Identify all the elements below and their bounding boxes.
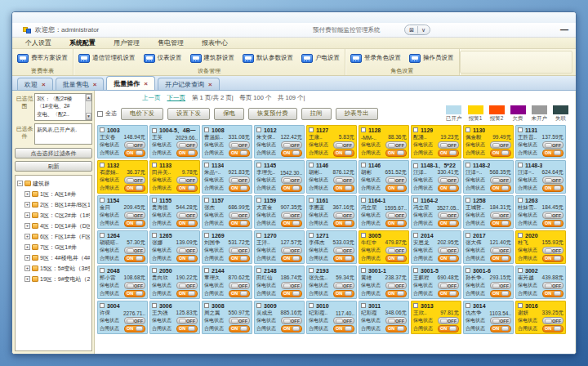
refresh-button[interactable]: 刷新 xyxy=(15,161,92,172)
protect-status-toggle[interactable]: OFF xyxy=(176,282,198,289)
tree-item[interactable]: + 1区：A区1#井 xyxy=(17,189,90,199)
window-menu-pill[interactable]: ⊠ ∨ xyxy=(404,25,430,35)
card-checkbox[interactable] xyxy=(152,303,157,308)
protect-status-toggle[interactable]: OFF xyxy=(281,282,302,289)
card-checkbox[interactable] xyxy=(100,163,105,167)
meter-card[interactable]: 1155 贵海德 544.28元 保电状态 xyxy=(149,195,200,229)
card-checkbox[interactable] xyxy=(413,198,418,203)
protect-status-toggle[interactable]: OFF xyxy=(385,282,407,289)
card-checkbox[interactable] xyxy=(309,163,314,167)
protect-status-toggle[interactable]: OFF xyxy=(229,247,250,254)
switch-status-toggle[interactable]: ON xyxy=(229,185,250,192)
protect-status-toggle[interactable]: OFF xyxy=(333,282,354,289)
meter-card[interactable]: 1154 金日 209.45元 保电状态 xyxy=(97,195,148,229)
ribbon-button[interactable]: 仪表设置 xyxy=(144,54,182,63)
card-checkbox[interactable] xyxy=(152,128,157,133)
meter-card[interactable]: 1145 李理先.. 1542.30.. 保电状态 xyxy=(254,160,305,194)
card-checkbox[interactable] xyxy=(518,233,523,238)
card-checkbox[interactable] xyxy=(100,198,105,203)
switch-status-toggle[interactable]: ON xyxy=(176,185,198,192)
prev-page-link[interactable]: 上一页 xyxy=(142,94,161,102)
switch-status-toggle[interactable]: ON xyxy=(438,220,459,227)
switch-status-toggle[interactable]: ON xyxy=(281,220,302,227)
menu-item[interactable]: 系统配置 xyxy=(69,38,96,47)
toolbar-button[interactable]: 电价下发 xyxy=(121,108,163,120)
card-checkbox[interactable] xyxy=(518,163,523,167)
meter-card[interactable]: 1134 朱品~.. 921.83元 保电状态 xyxy=(202,160,252,194)
ribbon-button[interactable]: 建筑群设置 xyxy=(190,54,235,63)
protect-status-toggle[interactable]: OFF xyxy=(176,247,198,254)
card-checkbox[interactable] xyxy=(100,303,105,308)
scroll-up-icon[interactable]: ▲ xyxy=(86,94,91,101)
tree-root[interactable]: − 建筑群 xyxy=(17,178,90,189)
card-checkbox[interactable] xyxy=(518,198,523,203)
card-checkbox[interactable] xyxy=(413,233,418,238)
meter-card[interactable]: 1133 田井美.. 9.78元 保电状态 xyxy=(149,160,200,194)
switch-status-toggle[interactable]: ON xyxy=(542,185,564,192)
switch-status-toggle[interactable]: ON xyxy=(176,325,198,333)
meter-card[interactable]: 1271 李伟杰 533.03元 保电状态 xyxy=(306,230,357,264)
meter-card[interactable]: 1148-1、5*22 汪泽.. 330.41元 保电状态 xyxy=(411,160,461,194)
ribbon-button[interactable]: 操作员设置 xyxy=(409,54,454,63)
tab-close-icon[interactable]: × xyxy=(42,81,46,88)
meter-card[interactable]: 1012 朱文保.. 122.42元 保电状态 xyxy=(254,125,305,158)
tree-item[interactable]: + 4区：D区1#井（D区1.. xyxy=(17,221,90,231)
meter-card[interactable]: 1164-1 冯立星 1595.67.. 保电状态 xyxy=(359,195,409,229)
protect-status-toggle[interactable]: OFF xyxy=(385,141,407,149)
protect-status-toggle[interactable]: OFF xyxy=(229,212,250,219)
switch-status-toggle[interactable]: ON xyxy=(438,325,459,333)
meter-card[interactable]: 1264 胡晓嗒.. 57.30元 保电状态 xyxy=(97,230,148,264)
protect-status-toggle[interactable]: OFF xyxy=(176,141,198,149)
menu-item[interactable]: 售电管理 xyxy=(158,38,184,47)
card-checkbox[interactable] xyxy=(466,163,470,167)
menu-item[interactable]: 用户管理 xyxy=(114,38,140,47)
meter-card[interactable]: 3001-6 孙长争.. 293.15元 保电状态 xyxy=(463,266,514,299)
card-checkbox[interactable] xyxy=(309,198,314,203)
expand-icon[interactable]: + xyxy=(24,266,30,271)
card-checkbox[interactable] xyxy=(361,268,366,273)
toolbar-button[interactable]: 拉闸 xyxy=(301,108,332,120)
protect-status-toggle[interactable]: OFF xyxy=(229,176,250,184)
tree-item[interactable]: + 2区：B区1#井/B区1# xyxy=(17,199,90,210)
switch-status-toggle[interactable]: ON xyxy=(542,325,564,333)
protect-status-toggle[interactable]: OFF xyxy=(542,247,564,254)
card-checkbox[interactable] xyxy=(152,163,157,167)
meter-card[interactable]: 2017 张大伟 121.40元 保电状态 xyxy=(463,230,514,264)
meter-card[interactable]: 2014 安思龙 202.95元 保电状态 xyxy=(411,230,461,264)
meter-card[interactable]: 3016 谢妍 339.25元 保电状态 xyxy=(515,301,566,334)
tab-close-icon[interactable]: × xyxy=(144,80,148,87)
meter-card[interactable]: 2144 覃理久 870.62元 保电状态 xyxy=(202,266,252,299)
card-checkbox[interactable] xyxy=(256,233,261,238)
card-checkbox[interactable] xyxy=(518,127,523,132)
protect-status-toggle[interactable]: OFF xyxy=(124,317,145,324)
card-checkbox[interactable] xyxy=(466,303,470,308)
menu-item[interactable]: 个人设置 xyxy=(25,38,51,47)
document-tab[interactable]: 批量操作 × xyxy=(106,76,155,90)
card-checkbox[interactable] xyxy=(256,303,261,308)
meter-card[interactable]: 3010 纪彩霞.. 117.40.. 保电状态 xyxy=(306,301,357,334)
card-checkbox[interactable] xyxy=(204,233,209,238)
meter-card[interactable]: 3009 吴成忠 885.16元 保电状态 xyxy=(254,301,305,334)
toolbar-button[interactable]: 抄表导出 xyxy=(336,108,378,120)
expand-icon[interactable]: + xyxy=(24,223,30,229)
card-checkbox[interactable] xyxy=(413,268,418,273)
card-checkbox[interactable] xyxy=(466,268,470,273)
protect-status-toggle[interactable]: OFF xyxy=(490,317,511,324)
switch-status-toggle[interactable]: ON xyxy=(542,290,564,297)
document-tab[interactable]: 欢迎 × xyxy=(17,78,53,90)
switch-status-toggle[interactable]: ON xyxy=(281,290,302,297)
meter-card[interactable]: 3014 仇杰争 1103.54.. 保电状态 xyxy=(463,301,514,334)
card-checkbox[interactable] xyxy=(204,303,209,308)
meter-card[interactable]: 3005 牛红中 479.87元 保电状态 xyxy=(359,230,409,264)
tree-item[interactable]: + 3区：C区2#井（1#变.. xyxy=(17,210,90,221)
switch-status-toggle[interactable]: ON xyxy=(333,220,354,227)
meter-card[interactable]: 1003 王安春 148.94元 保电状态 xyxy=(97,125,148,158)
document-tab[interactable]: 开户记录查询 × xyxy=(158,78,220,90)
protect-status-toggle[interactable]: OFF xyxy=(124,141,145,149)
switch-status-toggle[interactable]: ON xyxy=(176,220,198,227)
card-checkbox[interactable] xyxy=(309,303,314,308)
protect-status-toggle[interactable]: OFF xyxy=(542,176,564,184)
switch-status-toggle[interactable]: ON xyxy=(490,220,511,227)
switch-status-toggle[interactable]: ON xyxy=(124,290,145,297)
switch-status-toggle[interactable]: ON xyxy=(438,255,459,262)
